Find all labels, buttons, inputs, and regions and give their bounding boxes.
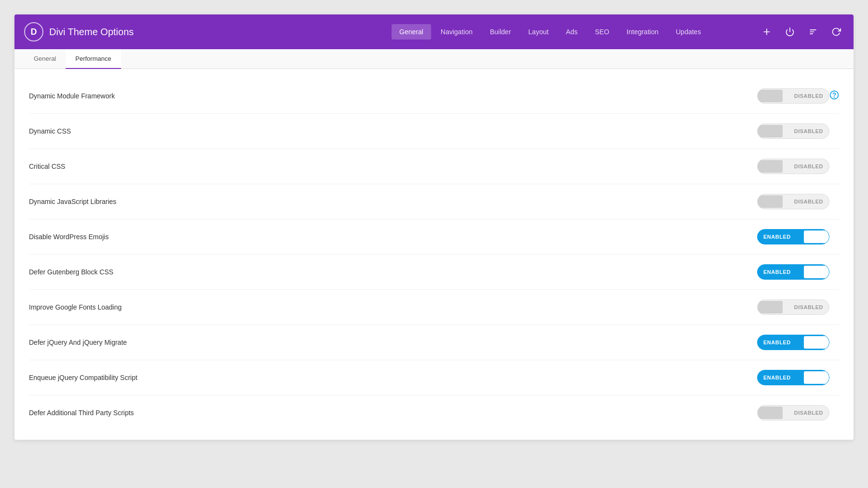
toggle-defer-additional-third-party-scripts[interactable]: DISABLED	[757, 405, 829, 420]
toggle-handle-critical-css	[758, 160, 783, 173]
toggle-container-disable-wordpress-emojis: ENABLED	[757, 229, 829, 244]
content-area: Dynamic Module FrameworkDISABLEDDynamic …	[14, 69, 854, 440]
toggle-handle-improve-google-fonts-loading	[758, 301, 783, 313]
panel-header: D Divi Theme Options GeneralNavigationBu…	[14, 14, 854, 49]
refresh-icon[interactable]	[828, 24, 844, 40]
toggle-container-dynamic-module-framework: DISABLED	[757, 88, 829, 104]
nav-tab-builder[interactable]: Builder	[482, 24, 519, 40]
toggle-improve-google-fonts-loading[interactable]: DISABLED	[757, 299, 829, 315]
setting-label-dynamic-css: Dynamic CSS	[29, 127, 757, 135]
setting-label-defer-gutenberg-block-css: Defer Gutenberg Block CSS	[29, 268, 757, 276]
toggle-state-label-dynamic-module-framework: DISABLED	[788, 93, 829, 99]
toggle-enqueue-jquery-compatibility-script[interactable]: ENABLED	[757, 370, 829, 385]
toggle-handle-dynamic-css	[758, 125, 783, 137]
toggle-handle-enqueue-jquery-compatibility-script	[804, 371, 829, 384]
nav-tab-seo[interactable]: SEO	[587, 24, 617, 40]
logo-icon: D	[24, 22, 43, 41]
setting-row-improve-google-fonts-loading: Improve Google Fonts LoadingDISABLED	[29, 290, 839, 325]
toggle-defer-gutenberg-block-css[interactable]: ENABLED	[757, 264, 829, 280]
toggle-state-label-enqueue-jquery-compatibility-script: ENABLED	[758, 375, 797, 380]
setting-row-dynamic-css: Dynamic CSSDISABLED	[29, 114, 839, 149]
add-icon[interactable]	[759, 24, 774, 40]
nav-tab-integration[interactable]: Integration	[619, 24, 666, 40]
setting-row-defer-additional-third-party-scripts: Defer Additional Third Party ScriptsDISA…	[29, 395, 839, 430]
setting-label-dynamic-module-framework: Dynamic Module Framework	[29, 92, 757, 100]
toggle-state-label-dynamic-javascript-libraries: DISABLED	[788, 199, 829, 204]
setting-row-defer-gutenberg-block-css: Defer Gutenberg Block CSSENABLED	[29, 255, 839, 290]
toggle-container-defer-additional-third-party-scripts: DISABLED	[757, 405, 829, 420]
toggle-defer-jquery-and-jquery-migrate[interactable]: ENABLED	[757, 335, 829, 350]
sort-icon[interactable]	[805, 24, 821, 40]
toggle-container-enqueue-jquery-compatibility-script: ENABLED	[757, 370, 829, 385]
toggle-handle-dynamic-javascript-libraries	[758, 195, 783, 208]
toggle-dynamic-css[interactable]: DISABLED	[757, 123, 829, 139]
toggle-container-defer-jquery-and-jquery-migrate: ENABLED	[757, 335, 829, 350]
toggle-container-critical-css: DISABLED	[757, 159, 829, 174]
toggle-handle-disable-wordpress-emojis	[804, 230, 829, 243]
setting-row-defer-jquery-and-jquery-migrate: Defer jQuery And jQuery MigrateENABLED	[29, 325, 839, 360]
toggle-handle-defer-additional-third-party-scripts	[758, 407, 783, 419]
setting-row-critical-css: Critical CSSDISABLED	[29, 149, 839, 184]
nav-tab-layout[interactable]: Layout	[521, 24, 556, 40]
setting-label-critical-css: Critical CSS	[29, 163, 757, 170]
toggle-handle-defer-jquery-and-jquery-migrate	[804, 336, 829, 349]
toggle-container-dynamic-javascript-libraries: DISABLED	[757, 194, 829, 209]
toggle-state-label-disable-wordpress-emojis: ENABLED	[758, 234, 797, 240]
nav-tab-navigation[interactable]: Navigation	[433, 24, 480, 40]
toggle-dynamic-javascript-libraries[interactable]: DISABLED	[757, 194, 829, 209]
toggle-state-label-defer-jquery-and-jquery-migrate: ENABLED	[758, 339, 797, 345]
toggle-handle-dynamic-module-framework	[758, 90, 783, 102]
setting-label-dynamic-javascript-libraries: Dynamic JavaScript Libraries	[29, 198, 757, 205]
power-icon[interactable]	[782, 24, 798, 40]
toggle-handle-defer-gutenberg-block-css	[804, 266, 829, 278]
logo-area: D Divi Theme Options	[24, 22, 392, 41]
toggle-state-label-improve-google-fonts-loading: DISABLED	[788, 304, 829, 310]
sub-tabs: GeneralPerformance	[14, 49, 854, 69]
toggle-state-label-defer-gutenberg-block-css: ENABLED	[758, 269, 797, 275]
sub-tab-general[interactable]: General	[24, 49, 66, 69]
setting-label-enqueue-jquery-compatibility-script: Enqueue jQuery Compatibility Script	[29, 374, 757, 381]
nav-tab-updates[interactable]: Updates	[668, 24, 708, 40]
nav-tab-ads[interactable]: Ads	[558, 24, 585, 40]
setting-label-defer-additional-third-party-scripts: Defer Additional Third Party Scripts	[29, 409, 757, 417]
toggle-state-label-defer-additional-third-party-scripts: DISABLED	[788, 410, 829, 416]
setting-row-dynamic-module-framework: Dynamic Module FrameworkDISABLED	[29, 79, 839, 114]
main-nav: GeneralNavigationBuilderLayoutAdsSEOInte…	[392, 24, 759, 40]
sub-tab-performance[interactable]: Performance	[66, 49, 121, 69]
setting-row-dynamic-javascript-libraries: Dynamic JavaScript LibrariesDISABLED	[29, 184, 839, 219]
header-actions	[759, 24, 844, 40]
setting-row-disable-wordpress-emojis: Disable WordPress EmojisENABLED	[29, 219, 839, 255]
toggle-state-label-dynamic-css: DISABLED	[788, 128, 829, 134]
toggle-critical-css[interactable]: DISABLED	[757, 159, 829, 174]
help-icon[interactable]	[829, 90, 839, 102]
setting-label-disable-wordpress-emojis: Disable WordPress Emojis	[29, 233, 757, 241]
nav-tab-general[interactable]: General	[392, 24, 431, 40]
toggle-container-improve-google-fonts-loading: DISABLED	[757, 299, 829, 315]
setting-label-improve-google-fonts-loading: Improve Google Fonts Loading	[29, 303, 757, 311]
toggle-container-defer-gutenberg-block-css: ENABLED	[757, 264, 829, 280]
setting-row-enqueue-jquery-compatibility-script: Enqueue jQuery Compatibility ScriptENABL…	[29, 360, 839, 395]
setting-label-defer-jquery-and-jquery-migrate: Defer jQuery And jQuery Migrate	[29, 339, 757, 346]
panel-title: Divi Theme Options	[49, 27, 134, 38]
toggle-dynamic-module-framework[interactable]: DISABLED	[757, 88, 829, 104]
toggle-state-label-critical-css: DISABLED	[788, 163, 829, 169]
toggle-disable-wordpress-emojis[interactable]: ENABLED	[757, 229, 829, 244]
toggle-container-dynamic-css: DISABLED	[757, 123, 829, 139]
